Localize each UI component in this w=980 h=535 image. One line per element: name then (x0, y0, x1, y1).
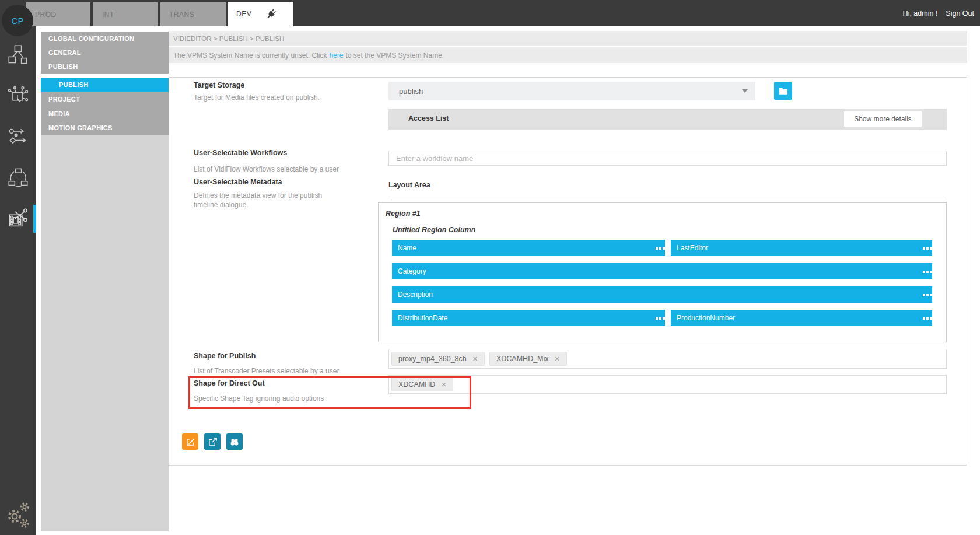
tag-label: proxy_mp4_360_8ch (398, 355, 467, 363)
tab-label: TRANS (169, 11, 194, 19)
interactive-config-icon[interactable] (8, 86, 29, 107)
user-greeting: Hi, admin ! (903, 9, 938, 18)
lifecycle-icon[interactable] (8, 167, 29, 188)
external-link-icon (208, 438, 217, 446)
tab-label: DEV (236, 10, 251, 18)
avatar-initials: CP (12, 16, 24, 26)
plug-icon (264, 6, 278, 21)
open-external-button[interactable] (204, 433, 220, 450)
shape-directout-input[interactable] (388, 375, 947, 394)
layout-field-label: ProductionNumber (677, 314, 735, 322)
workflow-name-input[interactable] (388, 151, 947, 166)
remove-tag-icon[interactable]: ✕ (473, 355, 478, 363)
drag-handle-icon[interactable] (656, 317, 658, 320)
menu-item-project[interactable]: PROJECT (41, 92, 169, 107)
drag-handle-icon[interactable] (923, 317, 925, 320)
divider (388, 198, 947, 198)
app-root: CP PROD INT TRANS DEV Hi, admin ! Sign O… (0, 0, 980, 535)
menu-item-label: MEDIA (48, 110, 70, 117)
drag-handle-icon[interactable] (656, 247, 658, 250)
workflows-label: User-Selectable Workflows (194, 149, 287, 157)
tab-trans[interactable]: TRANS (160, 2, 226, 26)
notice-text: to set the VPMS System Name. (345, 51, 444, 60)
avatar[interactable]: CP (2, 5, 33, 36)
menu-item-general[interactable]: GENERAL (41, 46, 169, 60)
layout-field-lasteditor[interactable]: LastEditor (671, 240, 932, 256)
chevron-down-icon (742, 89, 748, 93)
target-storage-select[interactable]: publish (388, 82, 755, 100)
sign-out-link[interactable]: Sign Out (946, 9, 974, 18)
shape-publish-label: Shape for Publish (194, 352, 256, 360)
layout-field-description[interactable]: Description (392, 286, 932, 303)
menu-item-motion-graphics[interactable]: MOTION GRAPHICS (41, 121, 169, 135)
layout-field-distributiondate[interactable]: DistributionDate (392, 310, 665, 326)
active-section-indicator (33, 205, 36, 233)
browse-storage-button[interactable] (774, 82, 792, 100)
layout-field-label: LastEditor (677, 244, 708, 252)
shape-publish-description: List of Transcoder Presets selectable by… (194, 367, 339, 375)
metadata-description: Defines the metadata view for the publis… (194, 191, 341, 209)
workflow-icon[interactable] (8, 127, 29, 148)
edit-pencil-icon (186, 438, 195, 446)
video-editor-icon[interactable] (8, 208, 29, 229)
tag-xdcamhd-mix: XDCAMHD_Mix ✕ (489, 352, 567, 366)
menu-item-label: MOTION GRAPHICS (48, 124, 113, 131)
menu-item-label: GENERAL (48, 49, 81, 56)
layout-field-label: Category (398, 267, 426, 275)
menu-item-publish-selected[interactable]: PUBLISH (41, 78, 169, 92)
target-storage-description: Target for Media files created on publis… (194, 93, 320, 102)
access-list-label: Access List (408, 114, 449, 123)
menu-item-label: GLOBAL CONFIGURATION (48, 35, 134, 42)
preview-button[interactable] (226, 433, 243, 450)
menu-item-label: PUBLISH (48, 63, 78, 70)
tag-proxy-mp4: proxy_mp4_360_8ch ✕ (391, 352, 485, 366)
menu-group-top: GLOBAL CONFIGURATION GENERAL PUBLISH (41, 32, 169, 74)
tab-prod[interactable]: PROD (26, 2, 90, 26)
layout-field-label: DistributionDate (398, 314, 447, 322)
region-title: Region #1 (386, 209, 421, 218)
layout-area-label: Layout Area (388, 181, 430, 189)
breadcrumb: VIDIEDITOR > PUBLISH > PUBLISH (169, 31, 967, 46)
tab-dev[interactable]: DEV (228, 2, 293, 26)
breadcrumb-path: VIDIEDITOR > PUBLISH > PUBLISH (173, 35, 284, 42)
layout-field-name[interactable]: Name (392, 240, 665, 256)
menu-group-bottom: PROJECT MEDIA MOTION GRAPHICS (41, 92, 169, 135)
layout-field-category[interactable]: Category (392, 263, 932, 279)
layout-field-label: Description (398, 291, 433, 299)
menu-panel-background (41, 135, 169, 531)
settings-gears-icon[interactable] (5, 499, 30, 529)
show-more-details-button[interactable]: Show more details (844, 111, 922, 127)
set-vpms-name-link[interactable]: here (329, 51, 343, 60)
menu-item-global-configuration[interactable]: GLOBAL CONFIGURATION (41, 32, 169, 46)
metadata-label: User-Selectable Metadata (194, 178, 282, 186)
drag-handle-icon[interactable] (923, 247, 925, 250)
region-column-title: Untitled Region Column (393, 226, 475, 234)
highlight-rectangle (188, 376, 471, 409)
tab-int[interactable]: INT (93, 2, 158, 26)
target-storage-label: Target Storage (194, 81, 244, 89)
menu-item-label: PUBLISH (59, 81, 88, 88)
remove-tag-icon[interactable]: ✕ (555, 355, 560, 363)
menu-item-label: PROJECT (48, 96, 80, 103)
tab-label: PROD (35, 11, 57, 19)
layout-field-label: Name (398, 244, 416, 252)
system-notice: The VPMS System Name is currently unset.… (169, 47, 967, 63)
drag-handle-icon[interactable] (923, 271, 925, 273)
target-storage-value: publish (399, 87, 423, 96)
binoculars-icon (230, 438, 239, 446)
tag-label: XDCAMHD_Mix (496, 355, 549, 363)
drag-handle-icon[interactable] (923, 294, 925, 296)
layout-field-productionnumber[interactable]: ProductionNumber (671, 310, 932, 326)
edit-button[interactable] (182, 433, 198, 450)
menu-item-publish[interactable]: PUBLISH (41, 60, 169, 74)
notice-text: The VPMS System Name is currently unset.… (173, 51, 327, 60)
folder-icon (779, 87, 788, 95)
modules-icon[interactable] (8, 44, 29, 65)
show-more-details-label: Show more details (854, 115, 912, 123)
tab-label: INT (102, 11, 114, 19)
workflows-description: List of VidiFlow Workflows selectable by… (194, 165, 339, 173)
menu-item-media[interactable]: MEDIA (41, 107, 169, 121)
